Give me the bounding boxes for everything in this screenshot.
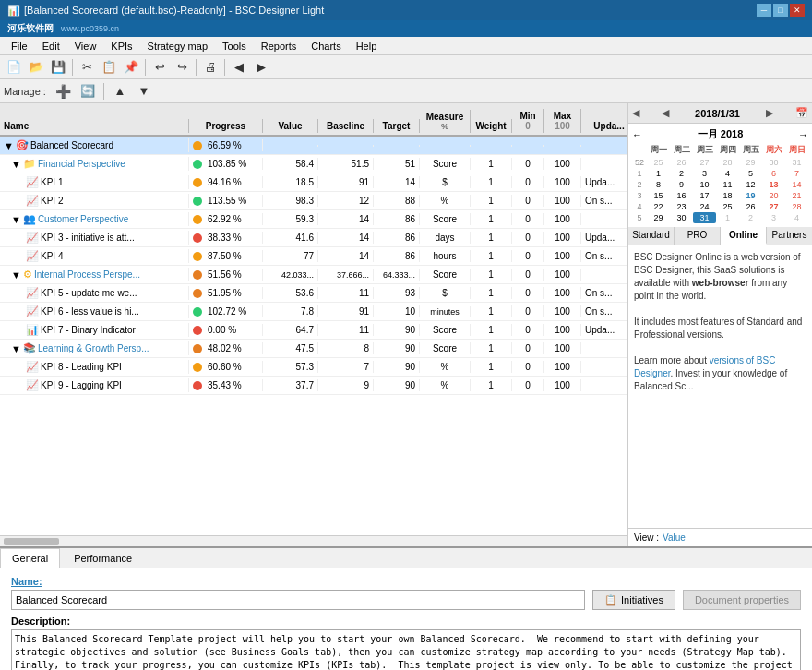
tb-open[interactable]: 📂 (26, 58, 46, 77)
col-min: Min0 (512, 109, 544, 133)
menu-edit[interactable]: Edit (35, 39, 67, 54)
tb-add[interactable]: ➕ (54, 82, 74, 101)
cal-nav-right2[interactable]: ▶ (766, 107, 773, 119)
tab-general[interactable]: General (0, 548, 60, 568)
table-row[interactable]: ▼ 📁 Financial Perspective 103.85 % 58.4 … (0, 155, 627, 173)
kpi-icon: 📈 (26, 232, 39, 244)
tb-down[interactable]: ▼ (134, 82, 154, 101)
name-field-label: Name: (11, 576, 801, 587)
row-name: 📊 KPI 7 - Binary Indicator (0, 323, 189, 337)
manage-label: Manage : (4, 86, 46, 97)
kpi-icon: 📊 (26, 324, 39, 336)
table-row[interactable]: ▼ 👥 Customer Perspective 62.92 % 59.3 14… (0, 210, 627, 229)
row-name: ▼ 🎯 Balanced Scorecard (0, 138, 189, 152)
table-row[interactable]: ▼ ⚙ Internal Process Perspe... 51.56 % 4… (0, 266, 627, 284)
menu-charts[interactable]: Charts (304, 39, 348, 54)
bsc-versions-link[interactable]: versions of BSC Designer (634, 355, 775, 378)
row-name: ▼ 👥 Customer Perspective (0, 212, 189, 226)
title-bar: 📊 [Balanced Scorecard (default.bsc)-Read… (0, 0, 812, 20)
tab-standard[interactable]: Standard (628, 227, 675, 245)
table-row[interactable]: 📈 KPI 5 - update me we... 51.95 % 53.6 1… (0, 284, 627, 303)
table-row[interactable]: ▼ 📚 Learning & Growth Persp... 48.02 % 4… (0, 340, 627, 358)
row-name: ▼ ⚙ Internal Process Perspe... (0, 268, 189, 281)
tb-prev[interactable]: ◀ (229, 58, 249, 77)
menu-tools[interactable]: Tools (215, 39, 254, 54)
tb-up[interactable]: ▲ (110, 82, 130, 101)
col-weight: Weight (471, 119, 512, 133)
col-progress: Progress (189, 119, 263, 133)
tab-partners[interactable]: Partners (767, 227, 812, 245)
cal-week-row: 4 22 23 24 25 26 27 28 (632, 201, 808, 212)
cal-week-row: 5 29 30 31 1 2 3 4 (632, 212, 808, 223)
initiatives-button[interactable]: 📋 Initiatives (592, 590, 675, 610)
menu-kpis[interactable]: KPIs (103, 39, 139, 54)
row-name: 📈 KPI 9 - Lagging KPI (0, 378, 189, 392)
cal-view-btn[interactable]: 📅 (795, 107, 808, 119)
row-name: 📈 KPI 8 - Leading KPI (0, 360, 189, 374)
menu-reports[interactable]: Reports (254, 39, 304, 54)
tb-paste[interactable]: 📌 (121, 58, 141, 77)
view-value-link[interactable]: Value (663, 532, 686, 543)
row-progress: 66.59 % (189, 139, 263, 151)
toolbar-2: Manage : ➕ 🔄 ▲ ▼ (0, 79, 812, 103)
kpi-icon: 📈 (26, 250, 39, 262)
horizontal-scrollbar[interactable] (0, 535, 627, 546)
tb-undo[interactable]: ↩ (149, 58, 170, 77)
table-row[interactable]: 📈 KPI 4 87.50 % 77 14 86 hours 1 0 100 O… (0, 247, 627, 266)
table-row[interactable]: 📈 KPI 3 - initiative is att... 38.33 % 4… (0, 229, 627, 247)
desc-textarea[interactable]: This Balanced Scorecard Template project… (11, 629, 801, 670)
title-text: [Balanced Scorecard (default.bsc)-Readon… (24, 5, 757, 16)
row-name: 📈 KPI 4 (0, 249, 189, 263)
menu-file[interactable]: File (4, 39, 35, 54)
cal-nav-left[interactable]: ◀ (632, 107, 639, 119)
tb-refresh[interactable]: 🔄 (78, 82, 98, 101)
close-button[interactable]: ✕ (790, 4, 805, 17)
table-row[interactable]: 📊 KPI 7 - Binary Indicator 0.00 % 64.7 1… (0, 321, 627, 340)
bsc-icon: 🎯 (16, 139, 29, 151)
tab-pro[interactable]: PRO (675, 227, 721, 245)
kpi-icon: 📈 (26, 176, 39, 188)
menu-view[interactable]: View (67, 39, 104, 54)
tb-save[interactable]: 💾 (48, 58, 68, 77)
doc-properties-button[interactable]: Document properties (683, 590, 801, 610)
tab-performance[interactable]: Performance (62, 548, 144, 568)
cal-week-row: 3 15 16 17 18 19 20 21 (632, 190, 808, 201)
table-row[interactable]: 📈 KPI 9 - Lagging KPI 35.43 % 37.7 9 90 … (0, 377, 627, 395)
tb-redo[interactable]: ↪ (172, 58, 192, 77)
cal-prev[interactable]: ← (632, 129, 642, 140)
tb-cut[interactable]: ✂ (77, 58, 97, 77)
folder-icon: 📚 (23, 342, 36, 354)
table-row[interactable]: 📈 KPI 1 94.16 % 18.5 91 14 $ 1 0 100 Upd… (0, 173, 627, 192)
menu-help[interactable]: Help (349, 39, 385, 54)
tb-print[interactable]: 🖨 (200, 58, 221, 77)
version-tabs: Standard PRO Online Partners (628, 227, 812, 245)
calendar-grid: ← 一月 2018 → 周一 周二 周三 周四 周五 周六 周日 (628, 124, 812, 227)
calendar-header: ◀ ◀ 2018/1/31 ▶ 📅 (628, 103, 812, 124)
table-row[interactable]: 📈 KPI 6 - less value is hi... 102.72 % 7… (0, 303, 627, 321)
menu-strategy-map[interactable]: Strategy map (140, 39, 215, 54)
view-row: View : Value (628, 528, 812, 546)
table-row[interactable]: 📈 KPI 2 113.55 % 98.3 12 88 % 1 0 100 On… (0, 192, 627, 210)
minimize-button[interactable]: ─ (757, 4, 771, 17)
maximize-button[interactable]: □ (773, 4, 788, 17)
name-input[interactable] (11, 590, 585, 610)
tab-online[interactable]: Online (721, 227, 767, 245)
col-name: Name (0, 119, 189, 133)
row-name: ▼ 📁 Financial Perspective (0, 157, 189, 171)
col-measure: Measure % (420, 110, 471, 133)
calendar-date: 2018/1/31 (695, 108, 740, 119)
row-name: 📈 KPI 1 (0, 175, 189, 189)
cal-nav-right[interactable]: ◀ (662, 107, 669, 119)
row-name: 📈 KPI 3 - initiative is att... (0, 231, 189, 245)
version-content: BSC Designer Online is a web version of … (628, 245, 812, 528)
tb-copy[interactable]: 📋 (99, 58, 119, 77)
cal-week-row: 52 25 26 27 28 29 30 31 (632, 157, 808, 168)
table-row[interactable]: 📈 KPI 8 - Leading KPI 60.60 % 57.3 7 90 … (0, 358, 627, 377)
table-row[interactable]: ▼ 🎯 Balanced Scorecard 66.59 % (0, 137, 627, 155)
cal-next[interactable]: → (798, 129, 808, 140)
tb-next[interactable]: ▶ (251, 58, 271, 77)
row-progress: 103.85 % (189, 158, 263, 170)
tb-new[interactable]: 📄 (4, 58, 24, 77)
cal-week-row: 1 1 2 3 4 5 6 7 (632, 168, 808, 179)
desc-label: Description: (11, 616, 801, 627)
